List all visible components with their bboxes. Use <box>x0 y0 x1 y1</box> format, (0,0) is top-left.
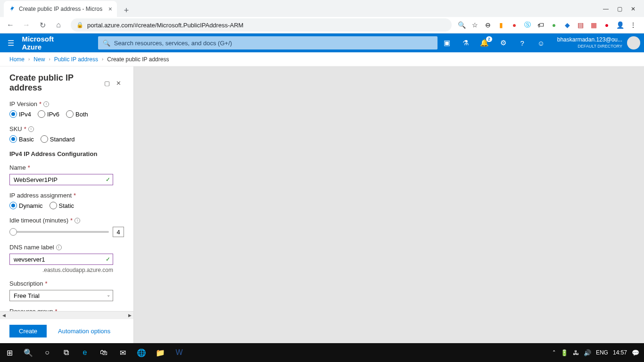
tab-close-icon[interactable]: × <box>108 5 112 13</box>
hamburger-menu[interactable]: ☰ <box>0 39 22 48</box>
blade-title: Create public IP address <box>9 73 101 93</box>
feedback-icon[interactable]: ☺ <box>532 33 551 52</box>
info-icon[interactable]: i <box>56 245 62 250</box>
automation-options-link[interactable]: Automation options <box>58 328 110 335</box>
volume-icon[interactable]: 🔊 <box>584 349 591 356</box>
battery-icon[interactable]: 🔋 <box>561 349 568 356</box>
account-tenant: DEFAULT DIRECTORY <box>557 43 622 49</box>
breadcrumb-new[interactable]: New <box>33 56 45 63</box>
radio-ipv4[interactable]: IPv4 <box>9 110 31 118</box>
close-blade-icon[interactable]: ✕ <box>113 80 124 87</box>
start-button[interactable]: ⊞ <box>0 343 19 362</box>
ext-icon-5[interactable]: ● <box>550 21 558 29</box>
idle-timeout-slider[interactable] <box>9 231 109 233</box>
create-button[interactable]: Create <box>9 325 47 337</box>
blade-footer: Create Automation options <box>0 319 133 343</box>
avatar[interactable] <box>627 36 640 49</box>
ip-version-label: IP Version * i <box>9 100 124 107</box>
ext-icon-7[interactable]: ▦ <box>589 21 598 29</box>
info-icon[interactable]: i <box>28 126 34 132</box>
assignment-label: IP address assignment * <box>9 192 124 199</box>
help-icon[interactable]: ? <box>513 33 532 52</box>
pinterest-icon[interactable]: ● <box>603 21 611 29</box>
radio-both[interactable]: Both <box>66 110 88 118</box>
ext-icon-1[interactable]: ⊖ <box>484 21 492 29</box>
menu-icon[interactable]: ⋮ <box>629 21 637 29</box>
radio-static[interactable]: Static <box>50 202 74 209</box>
header-actions: ▣ ⚗ 🔔2 ⚙ ? ☺ bhaskarmadan.123@ou... DEFA… <box>438 33 644 52</box>
ext-icon-3[interactable]: ● <box>510 21 519 29</box>
maximize-icon[interactable]: ▢ <box>617 6 622 12</box>
action-center-icon[interactable]: 💬 <box>632 349 639 356</box>
breadcrumb: Home › New › Public IP address › Create … <box>0 52 644 66</box>
pin-icon[interactable]: ▢ <box>101 80 113 87</box>
cloud-shell-icon[interactable]: ▣ <box>438 33 456 52</box>
zoom-icon[interactable]: 🔍 <box>457 21 466 29</box>
info-icon[interactable]: i <box>74 218 80 223</box>
radio-ipv6[interactable]: IPv6 <box>38 110 59 118</box>
browser-tab[interactable]: Create public IP address - Micros × <box>4 1 117 17</box>
name-input[interactable] <box>9 174 113 185</box>
dns-input[interactable] <box>9 254 113 265</box>
horizontal-scrollbar[interactable]: ◀▶ <box>0 311 133 319</box>
cortana-icon[interactable]: ○ <box>38 343 57 362</box>
address-bar[interactable]: 🔒 portal.azure.com/#create/Microsoft.Pub… <box>71 18 452 32</box>
store-icon[interactable]: 🛍 <box>94 343 113 362</box>
breadcrumb-home[interactable]: Home <box>9 56 25 63</box>
blade-body: IP Version * i IPv4 IPv6 Both SKU * i Ba… <box>0 98 133 311</box>
slider-thumb[interactable] <box>9 228 17 236</box>
radio-standard[interactable]: Standard <box>41 135 75 143</box>
edge-icon[interactable]: e <box>75 343 94 362</box>
ext-icon-4[interactable]: 🏷 <box>537 21 545 29</box>
close-window-icon[interactable]: ✕ <box>631 6 636 12</box>
language-indicator[interactable]: ENG <box>596 349 608 356</box>
azure-brand[interactable]: Microsoft Azure <box>22 35 92 51</box>
ip-version-radio-group: IPv4 IPv6 Both <box>9 110 124 118</box>
info-icon[interactable]: i <box>43 101 49 107</box>
wifi-icon[interactable]: 🖧 <box>573 349 579 356</box>
ext-icon-6[interactable]: ◆ <box>563 21 571 29</box>
dns-label: DNS name label i <box>9 244 124 251</box>
word-icon[interactable]: W <box>170 343 189 362</box>
settings-icon[interactable]: ⚙ <box>494 33 513 52</box>
new-tab-button[interactable]: + <box>120 4 133 17</box>
chevron-right-icon: › <box>102 57 103 62</box>
resource-group-label: Resource group * <box>9 308 124 311</box>
tray-chevron-icon[interactable]: ˄ <box>553 349 556 356</box>
radio-basic[interactable]: Basic <box>9 135 34 143</box>
address-row: ← → ↻ ⌂ 🔒 portal.azure.com/#create/Micro… <box>0 17 644 33</box>
account-email: bhaskarmadan.123@ou... <box>557 36 622 43</box>
radio-dynamic[interactable]: Dynamic <box>9 202 43 209</box>
task-view-icon[interactable]: ⧉ <box>57 343 75 362</box>
skype-icon[interactable]: Ⓢ <box>523 21 532 29</box>
notification-badge: 2 <box>486 36 492 42</box>
idle-timeout-value[interactable] <box>113 227 124 237</box>
sku-radio-group: Basic Standard <box>9 135 124 143</box>
pdf-icon[interactable]: ▤ <box>576 21 585 29</box>
subscription-label: Subscription * <box>9 280 124 287</box>
mail-icon[interactable]: ✉ <box>113 343 132 362</box>
profile-avatar-icon[interactable]: 👤 <box>616 21 624 29</box>
notifications-icon[interactable]: 🔔2 <box>475 33 494 52</box>
reload-button[interactable]: ↻ <box>36 18 49 32</box>
account-info[interactable]: bhaskarmadan.123@ou... DEFAULT DIRECTORY <box>551 36 627 49</box>
back-button[interactable]: ← <box>4 18 17 32</box>
tab-strip: Create public IP address - Micros × + — … <box>0 0 644 17</box>
ext-icon-2[interactable]: ▮ <box>497 21 505 29</box>
clock[interactable]: 14:57 <box>613 349 627 356</box>
search-taskbar-icon[interactable]: 🔍 <box>19 343 38 362</box>
star-icon[interactable]: ☆ <box>471 21 479 29</box>
forward-button[interactable]: → <box>20 18 33 32</box>
filter-icon[interactable]: ⚗ <box>456 33 475 52</box>
chrome-icon[interactable]: 🌐 <box>132 343 151 362</box>
azure-search[interactable]: 🔍 <box>98 36 438 49</box>
url-text: portal.azure.com/#create/Microsoft.Publi… <box>87 22 243 29</box>
minimize-icon[interactable]: — <box>603 6 609 12</box>
explorer-icon[interactable]: 📁 <box>151 343 170 362</box>
window-controls: — ▢ ✕ <box>603 6 644 17</box>
azure-favicon-icon <box>8 5 16 14</box>
home-button[interactable]: ⌂ <box>52 18 65 32</box>
subscription-select[interactable]: Free Trial ⌄ <box>9 290 113 301</box>
search-input[interactable] <box>114 40 433 47</box>
breadcrumb-public-ip[interactable]: Public IP address <box>54 56 98 63</box>
